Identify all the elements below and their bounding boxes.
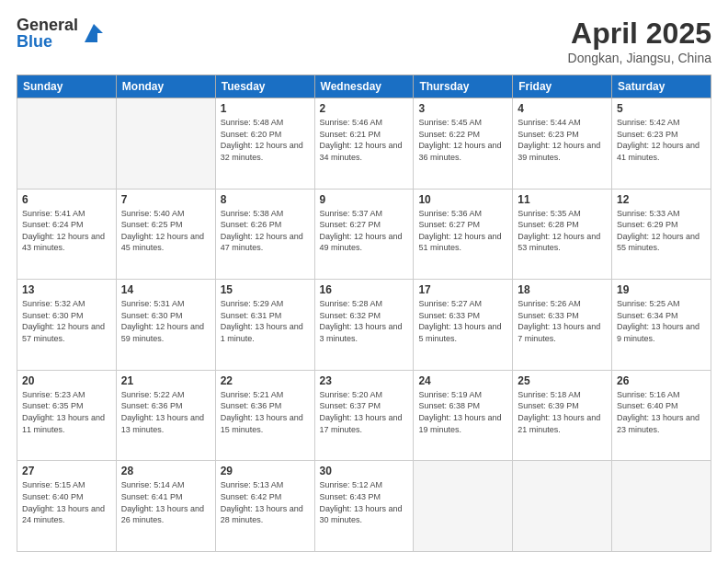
- day-info: Sunrise: 5:21 AM Sunset: 6:36 PM Dayligh…: [221, 389, 310, 435]
- day-number: 22: [221, 374, 310, 387]
- day-info: Sunrise: 5:27 AM Sunset: 6:33 PM Dayligh…: [418, 298, 507, 344]
- col-wednesday: Wednesday: [314, 75, 414, 98]
- day-info: Sunrise: 5:29 AM Sunset: 6:31 PM Dayligh…: [221, 298, 310, 344]
- table-row: 9Sunrise: 5:37 AM Sunset: 6:27 PM Daylig…: [314, 189, 414, 280]
- day-info: Sunrise: 5:33 AM Sunset: 6:29 PM Dayligh…: [617, 208, 706, 254]
- page: General Blue April 2025 Dongkan, Jiangsu…: [0, 0, 728, 563]
- day-info: Sunrise: 5:28 AM Sunset: 6:32 PM Dayligh…: [320, 298, 409, 344]
- day-info: Sunrise: 5:37 AM Sunset: 6:27 PM Dayligh…: [320, 208, 409, 254]
- day-info: Sunrise: 5:35 AM Sunset: 6:28 PM Dayligh…: [518, 208, 607, 254]
- table-row: [414, 461, 513, 552]
- calendar-week-row: 6Sunrise: 5:41 AM Sunset: 6:24 PM Daylig…: [17, 189, 711, 280]
- day-number: 5: [617, 102, 706, 115]
- day-number: 15: [221, 283, 310, 296]
- calendar-week-row: 1Sunrise: 5:48 AM Sunset: 6:20 PM Daylig…: [17, 98, 711, 190]
- day-number: 8: [221, 193, 310, 206]
- day-number: 1: [221, 102, 310, 115]
- day-info: Sunrise: 5:19 AM Sunset: 6:38 PM Dayligh…: [418, 389, 507, 435]
- table-row: 7Sunrise: 5:40 AM Sunset: 6:25 PM Daylig…: [116, 189, 215, 280]
- day-number: 27: [22, 465, 111, 477]
- calendar-table: Sunday Monday Tuesday Wednesday Thursday…: [17, 75, 711, 552]
- logo-text: General Blue: [17, 17, 78, 50]
- table-row: 26Sunrise: 5:16 AM Sunset: 6:40 PM Dayli…: [612, 370, 711, 461]
- day-number: 11: [518, 193, 607, 206]
- table-row: 29Sunrise: 5:13 AM Sunset: 6:42 PM Dayli…: [215, 461, 314, 552]
- calendar-header-row: Sunday Monday Tuesday Wednesday Thursday…: [17, 75, 711, 98]
- day-number: 16: [320, 283, 409, 296]
- col-monday: Monday: [116, 75, 215, 98]
- table-row: 3Sunrise: 5:45 AM Sunset: 6:22 PM Daylig…: [414, 98, 513, 190]
- table-row: 6Sunrise: 5:41 AM Sunset: 6:24 PM Daylig…: [17, 189, 117, 280]
- day-number: 26: [617, 374, 706, 387]
- day-info: Sunrise: 5:45 AM Sunset: 6:22 PM Dayligh…: [418, 117, 507, 163]
- table-row: 12Sunrise: 5:33 AM Sunset: 6:29 PM Dayli…: [612, 189, 711, 280]
- table-row: [513, 461, 612, 552]
- table-row: 11Sunrise: 5:35 AM Sunset: 6:28 PM Dayli…: [513, 189, 612, 280]
- title-block: April 2025 Dongkan, Jiangsu, China: [568, 17, 711, 65]
- day-info: Sunrise: 5:42 AM Sunset: 6:23 PM Dayligh…: [617, 117, 706, 163]
- day-number: 25: [518, 374, 607, 387]
- table-row: 28Sunrise: 5:14 AM Sunset: 6:41 PM Dayli…: [116, 461, 215, 552]
- table-row: 30Sunrise: 5:12 AM Sunset: 6:43 PM Dayli…: [314, 461, 414, 552]
- table-row: 20Sunrise: 5:23 AM Sunset: 6:35 PM Dayli…: [17, 370, 117, 461]
- day-info: Sunrise: 5:41 AM Sunset: 6:24 PM Dayligh…: [22, 208, 111, 254]
- day-number: 19: [617, 283, 706, 296]
- day-info: Sunrise: 5:18 AM Sunset: 6:39 PM Dayligh…: [518, 389, 607, 435]
- table-row: 16Sunrise: 5:28 AM Sunset: 6:32 PM Dayli…: [314, 280, 414, 371]
- day-info: Sunrise: 5:46 AM Sunset: 6:21 PM Dayligh…: [320, 117, 409, 163]
- calendar-week-row: 27Sunrise: 5:15 AM Sunset: 6:40 PM Dayli…: [17, 461, 711, 552]
- day-number: 28: [121, 465, 210, 477]
- table-row: 23Sunrise: 5:20 AM Sunset: 6:37 PM Dayli…: [314, 370, 414, 461]
- month-year-title: April 2025: [568, 17, 711, 51]
- day-number: 17: [418, 283, 507, 296]
- logo-general: General: [17, 17, 78, 33]
- table-row: 2Sunrise: 5:46 AM Sunset: 6:21 PM Daylig…: [314, 98, 414, 190]
- table-row: 27Sunrise: 5:15 AM Sunset: 6:40 PM Dayli…: [17, 461, 117, 552]
- table-row: [116, 98, 215, 190]
- day-number: 23: [320, 374, 409, 387]
- day-info: Sunrise: 5:38 AM Sunset: 6:26 PM Dayligh…: [221, 208, 310, 254]
- table-row: [17, 98, 117, 190]
- day-info: Sunrise: 5:20 AM Sunset: 6:37 PM Dayligh…: [320, 389, 409, 435]
- day-info: Sunrise: 5:12 AM Sunset: 6:43 PM Dayligh…: [320, 479, 409, 525]
- day-info: Sunrise: 5:36 AM Sunset: 6:27 PM Dayligh…: [418, 208, 507, 254]
- col-friday: Friday: [513, 75, 612, 98]
- logo-icon: [81, 20, 107, 46]
- day-info: Sunrise: 5:25 AM Sunset: 6:34 PM Dayligh…: [617, 298, 706, 344]
- table-row: 17Sunrise: 5:27 AM Sunset: 6:33 PM Dayli…: [414, 280, 513, 371]
- day-info: Sunrise: 5:13 AM Sunset: 6:42 PM Dayligh…: [221, 479, 310, 525]
- day-number: 14: [121, 283, 210, 296]
- day-number: 2: [320, 102, 409, 115]
- day-number: 6: [22, 193, 111, 206]
- logo: General Blue: [17, 17, 107, 50]
- day-info: Sunrise: 5:44 AM Sunset: 6:23 PM Dayligh…: [518, 117, 607, 163]
- table-row: 18Sunrise: 5:26 AM Sunset: 6:33 PM Dayli…: [513, 280, 612, 371]
- location-subtitle: Dongkan, Jiangsu, China: [568, 51, 711, 65]
- day-info: Sunrise: 5:26 AM Sunset: 6:33 PM Dayligh…: [518, 298, 607, 344]
- table-row: 22Sunrise: 5:21 AM Sunset: 6:36 PM Dayli…: [215, 370, 314, 461]
- table-row: 4Sunrise: 5:44 AM Sunset: 6:23 PM Daylig…: [513, 98, 612, 190]
- table-row: 15Sunrise: 5:29 AM Sunset: 6:31 PM Dayli…: [215, 280, 314, 371]
- calendar-week-row: 13Sunrise: 5:32 AM Sunset: 6:30 PM Dayli…: [17, 280, 711, 371]
- table-row: 10Sunrise: 5:36 AM Sunset: 6:27 PM Dayli…: [414, 189, 513, 280]
- calendar-week-row: 20Sunrise: 5:23 AM Sunset: 6:35 PM Dayli…: [17, 370, 711, 461]
- table-row: 5Sunrise: 5:42 AM Sunset: 6:23 PM Daylig…: [612, 98, 711, 190]
- col-sunday: Sunday: [17, 75, 117, 98]
- day-number: 18: [518, 283, 607, 296]
- day-number: 9: [320, 193, 409, 206]
- day-info: Sunrise: 5:16 AM Sunset: 6:40 PM Dayligh…: [617, 389, 706, 435]
- day-number: 7: [121, 193, 210, 206]
- table-row: 8Sunrise: 5:38 AM Sunset: 6:26 PM Daylig…: [215, 189, 314, 280]
- col-saturday: Saturday: [612, 75, 711, 98]
- day-number: 24: [418, 374, 507, 387]
- table-row: 25Sunrise: 5:18 AM Sunset: 6:39 PM Dayli…: [513, 370, 612, 461]
- day-info: Sunrise: 5:32 AM Sunset: 6:30 PM Dayligh…: [22, 298, 111, 344]
- day-number: 12: [617, 193, 706, 206]
- day-number: 10: [418, 193, 507, 206]
- col-thursday: Thursday: [414, 75, 513, 98]
- table-row: 24Sunrise: 5:19 AM Sunset: 6:38 PM Dayli…: [414, 370, 513, 461]
- day-number: 29: [221, 465, 310, 477]
- day-number: 13: [22, 283, 111, 296]
- svg-marker-0: [85, 24, 103, 42]
- day-number: 4: [518, 102, 607, 115]
